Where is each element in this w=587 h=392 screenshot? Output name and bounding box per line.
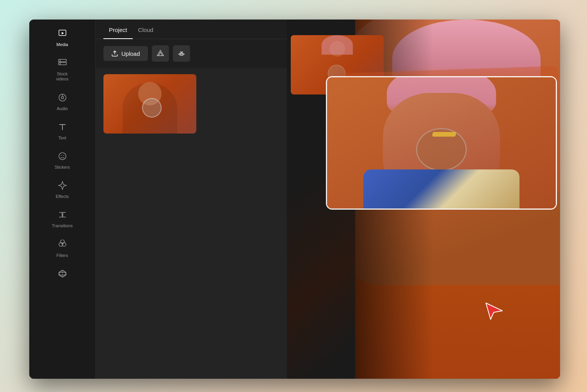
stock-videos-icon [58,58,67,69]
svg-point-12 [61,155,62,156]
3d-icon [58,269,67,280]
sidebar-item-label: Effects [56,194,69,199]
sidebar-item-label: Stickers [55,165,70,170]
dropbox-icon [177,49,186,58]
sidebar-item-3d[interactable] [29,264,95,285]
google-drive-button[interactable] [152,45,169,62]
media-icon [58,29,67,40]
sidebar-item-label: Stockvideos [56,71,69,82]
panel-content [96,68,287,379]
cursor-arrow [482,299,505,324]
canvas-area [287,20,560,379]
google-drive-icon [156,49,165,58]
sidebar-item-label: Media [57,42,68,47]
sidebar-item-label: Text [58,135,66,141]
media-panel: Project Cloud Upload [96,20,287,379]
sidebar-item-stock-videos[interactable]: Stockvideos [29,53,95,87]
sidebar-item-text[interactable]: Text [29,117,95,146]
dropbox-button[interactable] [173,45,190,62]
main-preview-frame[interactable] [326,76,557,210]
sidebar-item-label: Filters [57,253,68,258]
svg-marker-21 [486,303,502,319]
media-thumbnail-item[interactable] [103,74,196,134]
sidebar-item-filters[interactable]: Filters [29,234,95,264]
content-area: Project Cloud Upload [96,20,560,379]
sidebar: Media Stockvideos Audio [29,20,96,379]
sidebar-item-audio[interactable]: Audio [29,87,95,117]
svg-rect-3 [59,62,66,65]
effects-icon [58,181,67,192]
panel-tabs: Project Cloud [96,20,287,39]
svg-point-11 [59,153,66,160]
svg-point-7 [61,96,64,99]
sidebar-item-effects[interactable]: Effects [29,175,95,205]
svg-rect-2 [59,59,66,62]
transitions-icon [58,210,67,221]
sidebar-item-media[interactable]: Media [29,23,95,53]
sidebar-item-transitions[interactable]: Transitions [29,205,95,234]
sidebar-item-label: Audio [57,106,68,111]
tab-cloud[interactable]: Cloud [133,20,159,39]
upload-button[interactable]: Upload [103,46,148,61]
audio-icon [58,93,67,104]
svg-point-13 [63,155,64,156]
cursor-arrow-icon [482,299,505,323]
text-icon [58,122,67,133]
panel-toolbar: Upload [96,39,287,68]
app-window: Media Stockvideos Audio [29,20,560,379]
sidebar-item-label: Transitions [52,223,73,228]
upload-label: Upload [121,50,140,57]
filters-icon [58,240,67,251]
stickers-icon [58,151,67,162]
upload-icon [111,50,118,57]
svg-marker-1 [62,32,64,34]
sidebar-item-stickers[interactable]: Stickers [29,146,95,175]
tab-project[interactable]: Project [103,20,133,39]
